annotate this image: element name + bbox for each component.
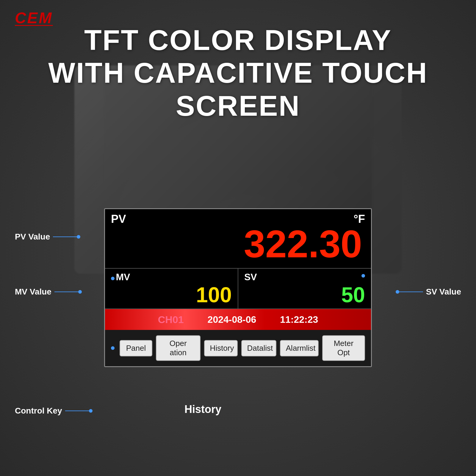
btn-history[interactable]: History: [204, 340, 238, 356]
ann-mv-line: [54, 292, 78, 292]
pv-label: PV: [111, 213, 126, 226]
mv-sv-row: MV 100 SV 50: [105, 269, 371, 309]
display-panel-container: PV °F 322.30 MV 100 SV 50 CH01 2024-08-0…: [104, 208, 372, 367]
ann-pv-line: [53, 237, 77, 237]
ann-history-text: History: [184, 403, 221, 416]
brand-name: CEM: [15, 9, 53, 27]
ann-sv-line: [399, 292, 423, 292]
btn-datalist[interactable]: Datalist: [241, 340, 276, 356]
pv-value: 322.30: [111, 213, 365, 263]
control-row: Panel Oper ation History Datalist Alarml…: [105, 330, 371, 366]
mv-cell: MV 100: [105, 269, 238, 309]
control-dot: [111, 346, 115, 350]
main-title: TFT COLOR DISPLAY WITH CAPACITIVE TOUCH …: [30, 24, 446, 122]
ann-sv-dot: [396, 290, 399, 294]
sv-value: 50: [244, 283, 365, 306]
btn-meter-opt[interactable]: Meter Opt: [322, 335, 365, 361]
status-time: 11:22:23: [280, 314, 318, 325]
annotation-mv-value: MV Value: [15, 287, 82, 297]
btn-operation[interactable]: Oper ation: [156, 335, 201, 361]
pv-unit: °F: [354, 213, 365, 226]
ann-control-dot: [89, 409, 93, 413]
annotation-sv-value: SV Value: [396, 287, 461, 297]
ann-pv-text: PV Value: [15, 232, 50, 242]
annotation-history: History: [184, 403, 221, 416]
annotation-control-key: Control Key: [15, 406, 93, 416]
ann-control-line: [65, 411, 89, 411]
pv-row: PV °F 322.30: [105, 209, 371, 269]
title-line1: TFT COLOR DISPLAY: [30, 24, 446, 57]
status-date: 2024-08-06: [208, 314, 256, 325]
ann-sv-text: SV Value: [426, 287, 461, 297]
cem-logo: CEM: [15, 9, 53, 27]
btn-panel[interactable]: Panel: [120, 340, 152, 356]
ann-mv-dot: [78, 290, 82, 294]
status-bar: CH01 2024-08-06 11:22:23: [105, 309, 371, 330]
ann-mv-text: MV Value: [15, 287, 51, 297]
display-panel: PV °F 322.30 MV 100 SV 50 CH01 2024-08-0…: [104, 208, 372, 367]
mv-dot: [111, 277, 115, 280]
annotation-pv-value: PV Value: [15, 232, 80, 242]
sv-dot: [361, 274, 365, 278]
sv-label: SV: [244, 272, 257, 282]
ann-control-text: Control Key: [15, 406, 62, 416]
ann-pv-dot: [77, 235, 80, 239]
sv-cell: SV 50: [238, 269, 371, 309]
mv-label: MV: [116, 272, 130, 282]
btn-alarmlist[interactable]: Alarmlist: [280, 340, 319, 356]
title-line2: WITH CAPACITIVE TOUCH SCREEN: [30, 57, 446, 122]
mv-value: 100: [111, 283, 232, 306]
status-channel: CH01: [158, 314, 184, 325]
